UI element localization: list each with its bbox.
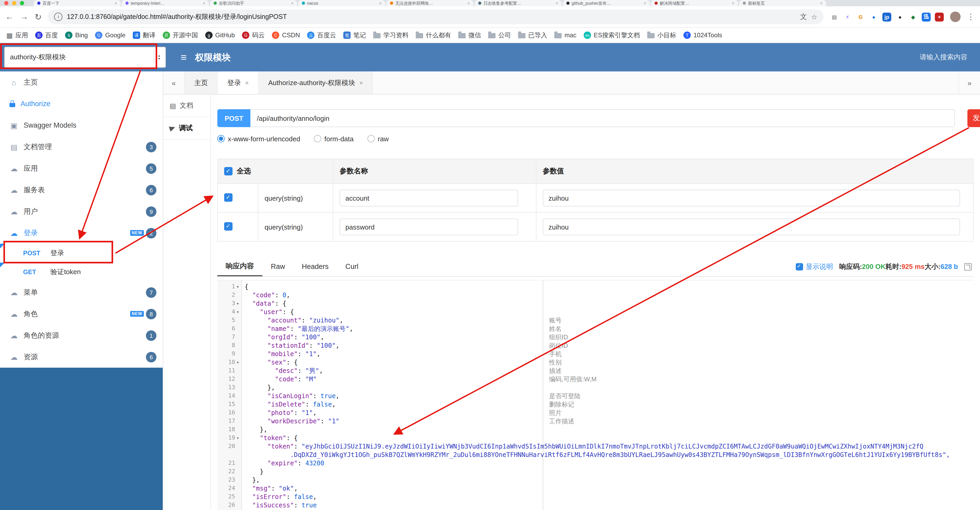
browser-tab[interactable]: 解决跨域配置…×: [651, 0, 738, 6]
response-editor[interactable]: 1▾{2 "code": 0,3▾ "data": {4▾ "user": {5…: [217, 280, 974, 510]
bookmark-star-icon[interactable]: ☆: [811, 13, 817, 21]
bookmark-开源中国[interactable]: 开开源中国: [163, 31, 198, 40]
extension-icon-7[interactable]: 迅: [922, 12, 931, 21]
tab-close-icon[interactable]: ×: [203, 1, 205, 5]
zoom-window-button[interactable]: [20, 1, 24, 5]
show-desc-checkbox[interactable]: [796, 263, 803, 271]
content-type-form-data[interactable]: form-data: [314, 135, 353, 143]
bookmark-公司[interactable]: 公司: [488, 31, 511, 40]
extension-icon-0[interactable]: ▤: [830, 12, 839, 21]
bookmark-CSDN[interactable]: CCSDN: [272, 32, 300, 39]
param-value-input[interactable]: [543, 218, 960, 235]
sidebar-endpoint-登录[interactable]: POST登录: [0, 244, 163, 263]
response-tab-Raw[interactable]: Raw: [262, 258, 293, 276]
fold-icon[interactable]: ▾: [235, 300, 240, 308]
close-window-button[interactable]: [4, 1, 8, 5]
sidebar-item-角色的资源[interactable]: ☁角色的资源1: [0, 325, 163, 346]
bookmark-已导入[interactable]: 已导入: [519, 31, 547, 40]
profile-avatar[interactable]: [950, 11, 961, 22]
page-tab-主页[interactable]: 主页: [185, 72, 218, 94]
doc-tab-调试[interactable]: 调试: [163, 117, 210, 140]
content-type-x-www-form-urlencoded[interactable]: x-www-form-urlencoded: [217, 135, 300, 143]
tab-close-icon[interactable]: ×: [644, 1, 646, 5]
tab-close-icon[interactable]: ×: [291, 1, 293, 5]
browser-tab[interactable]: 谷歌访问助手×: [210, 0, 297, 6]
select-all-checkbox[interactable]: [224, 167, 232, 175]
bookmark-应用[interactable]: ▦应用: [6, 31, 28, 40]
site-info-icon[interactable]: i: [54, 13, 63, 21]
module-select[interactable]: authority-权限模块 ▴▾: [4, 47, 166, 68]
response-tab-Curl[interactable]: Curl: [337, 258, 367, 276]
extension-icon-3[interactable]: ●: [869, 12, 878, 21]
fullscreen-icon[interactable]: [964, 263, 972, 271]
browser-tab[interactable]: github_pusher发布…×: [563, 0, 650, 6]
tab-close-icon[interactable]: ×: [115, 1, 117, 5]
param-name-input[interactable]: [340, 218, 518, 235]
sidebar-item-登录[interactable]: ☁登录NEW2: [0, 222, 163, 244]
request-path-input[interactable]: /api/authority/anno/login: [251, 109, 955, 127]
response-tab-Headers[interactable]: Headers: [293, 258, 337, 276]
browser-tab[interactable]: 日志收集参考配置…×: [474, 0, 562, 6]
browser-menu-icon[interactable]: ⋮: [967, 12, 975, 22]
page-tab-登录[interactable]: 登录×: [218, 72, 259, 94]
bookmark-小目标[interactable]: 小目标: [647, 31, 676, 40]
sidebar-item-资源[interactable]: ☁资源6: [0, 346, 163, 368]
fold-icon[interactable]: ▾: [235, 308, 240, 316]
response-tab-响应内容[interactable]: 响应内容: [217, 257, 262, 276]
browser-tab[interactable]: 无法连接外部网络…×: [386, 0, 474, 6]
forward-icon[interactable]: →: [20, 12, 29, 22]
content-type-raw[interactable]: raw: [367, 135, 389, 143]
close-tab-icon[interactable]: ×: [245, 79, 249, 86]
extension-icon-6[interactable]: ◆: [908, 12, 918, 21]
header-search-input[interactable]: 请输入搜索内容: [920, 53, 967, 62]
fold-icon[interactable]: ▾: [235, 282, 240, 291]
sidebar-item-Swagger Models[interactable]: ▣Swagger Models: [0, 115, 163, 136]
param-value-input[interactable]: [543, 190, 960, 206]
menu-toggle-icon[interactable]: ≡: [181, 51, 187, 63]
tab-close-icon[interactable]: ×: [468, 1, 470, 5]
sidebar-item-文档管理[interactable]: ▤文档管理3: [0, 136, 163, 158]
extension-icon-1[interactable]: ⚡: [843, 12, 852, 21]
bookmark-百度[interactable]: 百百度: [35, 31, 58, 40]
extension-icon-4[interactable]: jp: [882, 12, 891, 21]
fold-icon[interactable]: ▾: [235, 434, 240, 442]
sidebar-item-用户[interactable]: ☁用户9: [0, 201, 163, 222]
bookmark-微信[interactable]: 微信: [458, 31, 481, 40]
page-tab-Authorize-authority-权限模块[interactable]: Authorize-authority-权限模块×: [259, 72, 373, 94]
fold-icon[interactable]: ▾: [235, 358, 240, 367]
bookmark-mac[interactable]: mac: [555, 32, 576, 39]
tab-close-icon[interactable]: ×: [732, 1, 734, 5]
bookmark-码云[interactable]: G码云: [242, 31, 265, 40]
sidebar-item-应用[interactable]: ☁应用5: [0, 158, 163, 179]
extension-icon-5[interactable]: ●: [896, 12, 904, 21]
bookmark-Bing[interactable]: bBing: [65, 32, 88, 39]
back-icon[interactable]: ←: [5, 12, 14, 22]
browser-tab[interactable]: nacos×: [298, 0, 385, 6]
browser-tab[interactable]: temporary-Interi…×: [122, 0, 209, 6]
bookmark-翻译[interactable]: 译翻译: [133, 31, 155, 40]
bookmark-GitHub[interactable]: gGitHub: [205, 32, 235, 39]
tab-close-icon[interactable]: ×: [379, 1, 382, 5]
bookmark-什么都有[interactable]: 什么都有: [416, 31, 451, 40]
minimize-window-button[interactable]: [12, 1, 16, 5]
sidebar-item-Authorize[interactable]: Authorize: [0, 93, 163, 115]
browser-tab[interactable]: 百度一下×: [33, 0, 121, 6]
bookmark-1024Tools[interactable]: T1024Tools: [683, 32, 722, 39]
bookmark-笔记[interactable]: 笔笔记: [344, 31, 366, 40]
bookmark-百度云[interactable]: 云百度云: [307, 31, 336, 40]
collapse-tabs-icon[interactable]: «: [163, 72, 185, 94]
sidebar-item-角色[interactable]: ☁角色NEW8: [0, 303, 163, 325]
browser-tab[interactable]: 新标签页×: [739, 0, 826, 6]
extension-icon-2[interactable]: G: [856, 12, 865, 21]
address-bar[interactable]: i 127.0.0.1:8760/api/gate/doc.html#/auth…: [48, 10, 824, 24]
extension-icon-8[interactable]: +: [935, 12, 944, 21]
param-name-input[interactable]: [340, 190, 518, 206]
sidebar-item-主页[interactable]: ⌂主页: [0, 72, 163, 93]
show-desc-toggle[interactable]: 显示说明: [796, 262, 833, 271]
send-button[interactable]: 发送: [967, 109, 980, 127]
bookmark-学习资料[interactable]: 学习资料: [374, 31, 409, 40]
close-tab-icon[interactable]: ×: [359, 79, 363, 86]
tab-close-icon[interactable]: ×: [555, 1, 558, 5]
param-checkbox[interactable]: [224, 222, 232, 230]
sidebar-item-菜单[interactable]: ☁菜单7: [0, 282, 163, 303]
